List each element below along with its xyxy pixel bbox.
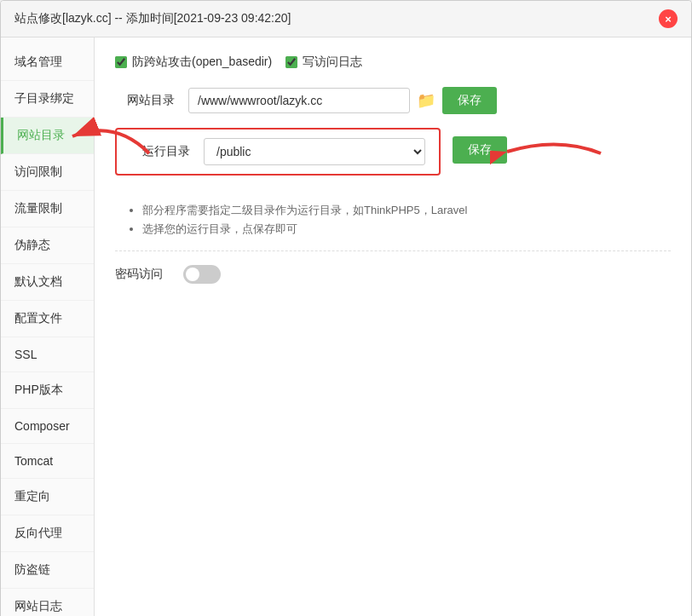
sidebar-item-phpver[interactable]: PHP版本 [1,372,94,409]
rundir-save-button[interactable]: 保存 [453,136,507,164]
arrow-right-overlay [490,128,609,181]
pwd-toggle-slider [183,265,221,284]
sidebar-item-access[interactable]: 访问限制 [1,154,94,191]
folder-icon[interactable]: 📁 [417,91,435,110]
sidebar-item-redirect[interactable]: 重定向 [1,479,94,515]
dialog-body: 域名管理 子目录绑定 网站目录 访问限制 流量限制 伪静态 默认文档 配置文件 [1,37,691,616]
sidebar-item-ssl[interactable]: SSL [1,337,94,372]
sidebar-item-traffic[interactable]: 流量限制 [1,191,94,227]
pwd-label: 密码访问 [115,267,163,282]
sitedir-label: 网站目录 [115,93,175,108]
sidebar-item-sitelog[interactable]: 网站日志 [1,589,94,616]
write-log-checkbox-label[interactable]: 写访问日志 [285,55,362,70]
hint-list: 部分程序需要指定二级目录作为运行目录，如ThinkPHP5，Laravel 选择… [115,203,671,237]
sidebar-item-default[interactable]: 默认文档 [1,264,94,301]
content-area: 防跨站攻击(open_basedir) 写访问日志 网站目录 📁 保存 运行目录 [95,37,691,616]
sidebar-item-reverse[interactable]: 反向代理 [1,515,94,552]
dialog-header: 站点修改[lazyk.cc] -- 添加时间[2021-09-23 09:42:… [1,1,691,37]
pwd-row: 密码访问 [115,265,671,284]
divider [115,250,671,251]
sidebar-item-sitedir[interactable]: 网站目录 [1,118,94,154]
close-button[interactable]: × [659,9,678,28]
sidebar: 域名管理 子目录绑定 网站目录 访问限制 流量限制 伪静态 默认文档 配置文件 [1,37,95,616]
pwd-toggle[interactable] [183,265,221,284]
sitedir-input[interactable] [188,88,410,113]
dialog-title: 站点修改[lazyk.cc] -- 添加时间[2021-09-23 09:42:… [14,11,291,26]
rundir-select[interactable]: /public / /app /web [204,138,425,165]
sidebar-item-tomcat[interactable]: Tomcat [1,444,94,479]
sidebar-item-composer[interactable]: Composer [1,409,94,444]
sidebar-item-pseudo[interactable]: 伪静态 [1,227,94,264]
checkbox-row: 防跨站攻击(open_basedir) 写访问日志 [115,55,671,70]
anti-attack-checkbox[interactable] [115,56,127,68]
sidebar-item-domain[interactable]: 域名管理 [1,44,94,81]
hint-item-1: 部分程序需要指定二级目录作为运行目录，如ThinkPHP5，Laravel [142,203,671,218]
rundir-label: 运行目录 [130,144,190,159]
sitedir-save-button[interactable]: 保存 [442,87,497,114]
sidebar-item-config[interactable]: 配置文件 [1,301,94,337]
hint-item-2: 选择您的运行目录，点保存即可 [142,222,671,237]
write-log-checkbox[interactable] [285,56,297,68]
anti-attack-checkbox-label[interactable]: 防跨站攻击(open_basedir) [115,55,272,70]
rundir-row: 运行目录 /public / /app /web [130,138,425,165]
main-dialog: 站点修改[lazyk.cc] -- 添加时间[2021-09-23 09:42:… [0,0,692,616]
rundir-highlight-box: 运行目录 /public / /app /web [115,128,441,176]
sidebar-item-subdir[interactable]: 子目录绑定 [1,81,94,118]
sitedir-row: 网站目录 📁 保存 [115,87,671,114]
sidebar-item-hotlink[interactable]: 防盗链 [1,552,94,589]
